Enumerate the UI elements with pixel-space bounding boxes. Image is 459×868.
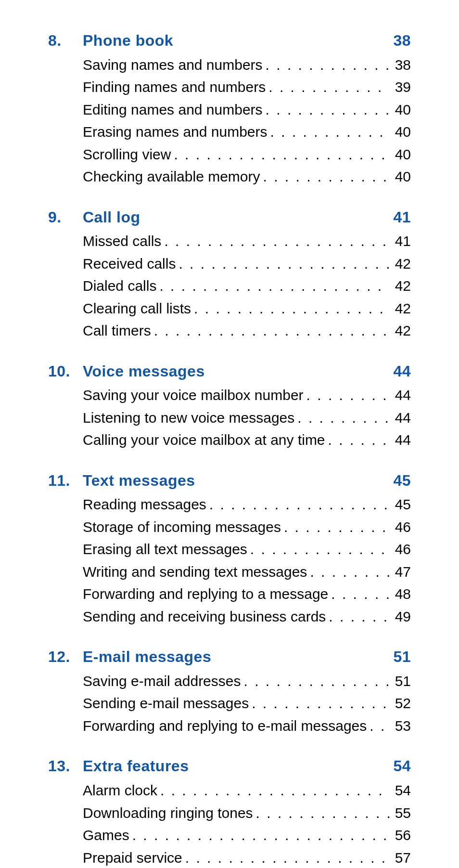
section-page: 41 [388,206,411,230]
section-heading[interactable]: 12.E-mail messages51 [48,645,411,669]
section-entries: Saving your voice mailbox number . . . .… [48,384,411,452]
toc-entry[interactable]: Clearing call lists . . . . . . . . . . … [83,298,411,320]
toc-section: 9.Call log41Missed calls . . . . . . . .… [48,206,411,342]
entry-page: 42 [390,253,411,275]
entry-label: Erasing all text messages [83,538,247,561]
toc-entry[interactable]: Storage of incoming messages . . . . . .… [83,516,411,539]
entry-dot-leader: . . . . . . . . . . . . . . . . . . . . … [328,583,390,606]
toc-entry[interactable]: Sending and receiving business cards . .… [83,606,411,628]
toc-section: 11.Text messages45Reading messages . . .… [48,469,411,628]
toc-entry[interactable]: Saving names and numbers . . . . . . . .… [83,54,411,77]
section-heading[interactable]: 9.Call log41 [48,206,411,230]
entry-dot-leader: . . . . . . . . . . . . . . . . . . . . … [249,692,390,715]
entry-dot-leader: . . . . . . . . . . . . . . . . . . . . … [156,275,390,298]
entry-page: 40 [390,99,411,121]
entry-page: 46 [390,516,411,539]
section-heading[interactable]: 8.Phone book38 [48,29,411,53]
toc-entry[interactable]: Writing and sending text messages . . . … [83,561,411,583]
entry-page: 41 [390,230,411,253]
entry-page: 44 [390,429,411,452]
entry-label: Sending and receiving business cards [83,606,326,628]
toc-entry[interactable]: Checking available memory . . . . . . . … [83,166,411,188]
toc-entry[interactable]: Alarm clock . . . . . . . . . . . . . . … [83,779,411,802]
entry-label: Storage of incoming messages [83,516,281,539]
entry-label: Forwarding and replying to a message [83,583,328,606]
section-number: 11. [48,469,83,493]
entry-label: Forwarding and replying to e-mail messag… [83,715,367,738]
entry-dot-leader: . . . . . . . . . . . . . . . . . . . . … [161,230,390,253]
section-number: 12. [48,645,83,669]
section-heading[interactable]: 13.Extra features54 [48,754,411,778]
entry-dot-leader: . . . . . . . . . . . . . . . . . . . . … [325,429,390,452]
toc-entry[interactable]: Scrolling view . . . . . . . . . . . . .… [83,143,411,166]
entry-dot-leader: . . . . . . . . . . . . . . . . . . . . … [304,384,390,407]
entry-label: Missed calls [83,230,161,253]
section-heading[interactable]: 10.Voice messages44 [48,360,411,384]
toc-entry[interactable]: Saving your voice mailbox number . . . .… [83,384,411,407]
toc-entry[interactable]: Forwarding and replying to e-mail messag… [83,715,411,738]
toc-section: 10.Voice messages44Saving your voice mai… [48,360,411,452]
section-entries: Missed calls . . . . . . . . . . . . . .… [48,230,411,342]
toc-entry[interactable]: Erasing all text messages . . . . . . . … [83,538,411,561]
toc-entry[interactable]: Missed calls . . . . . . . . . . . . . .… [83,230,411,253]
entry-page: 47 [390,561,411,583]
section-page: 45 [388,469,411,493]
section-title: Call log [83,206,140,230]
toc-entry[interactable]: Reading messages . . . . . . . . . . . .… [83,493,411,516]
toc-entry[interactable]: Forwarding and replying to a message . .… [83,583,411,606]
entry-label: Writing and sending text messages [83,561,307,583]
toc-entry[interactable]: Games . . . . . . . . . . . . . . . . . … [83,824,411,847]
entry-label: Alarm clock [83,779,157,802]
entry-dot-leader: . . . . . . . . . . . . . . . . . . . . … [281,516,390,539]
entry-label: Received calls [83,253,176,275]
entry-label: Listening to new voice messages [83,407,294,429]
entry-label: Scrolling view [83,143,171,166]
entry-label: Finding names and numbers [83,76,266,99]
entry-page: 39 [390,76,411,99]
toc-entry[interactable]: Call timers . . . . . . . . . . . . . . … [83,320,411,342]
section-page: 38 [388,29,411,53]
entry-label: Prepaid service [83,847,182,868]
toc-page: 8.Phone book38Saving names and numbers .… [0,0,459,868]
toc-entry[interactable]: Prepaid service . . . . . . . . . . . . … [83,847,411,868]
section-number: 13. [48,754,83,778]
toc-entry[interactable]: Finding names and numbers . . . . . . . … [83,76,411,99]
section-heading[interactable]: 11.Text messages45 [48,469,411,493]
toc-entry[interactable]: Sending e-mail messages . . . . . . . . … [83,692,411,715]
entry-label: Saving names and numbers [83,54,263,77]
toc-entry[interactable]: Listening to new voice messages . . . . … [83,407,411,429]
entry-page: 42 [390,298,411,320]
toc-entry[interactable]: Dialed calls . . . . . . . . . . . . . .… [83,275,411,298]
toc-sections: 8.Phone book38Saving names and numbers .… [48,29,411,868]
entry-label: Dialed calls [83,275,156,298]
entry-dot-leader: . . . . . . . . . . . . . . . . . . . . … [182,847,390,868]
entry-label: Calling your voice mailbox at any time [83,429,325,452]
section-page: 54 [388,754,411,778]
section-title: E-mail messages [83,645,211,669]
entry-page: 46 [390,538,411,561]
section-title: Extra features [83,754,189,778]
entry-label: Reading messages [83,493,206,516]
entry-page: 45 [390,493,411,516]
entry-page: 40 [390,143,411,166]
entry-page: 55 [390,802,411,825]
entry-page: 40 [390,166,411,188]
toc-section: 8.Phone book38Saving names and numbers .… [48,29,411,188]
entry-dot-leader: . . . . . . . . . . . . . . . . . . . . … [263,54,390,77]
entry-dot-leader: . . . . . . . . . . . . . . . . . . . . … [268,121,390,143]
toc-entry[interactable]: Saving e-mail addresses . . . . . . . . … [83,670,411,693]
section-entries: Reading messages . . . . . . . . . . . .… [48,493,411,628]
toc-entry[interactable]: Downloading ringing tones . . . . . . . … [83,802,411,825]
section-number: 10. [48,360,83,384]
entry-label: Saving your voice mailbox number [83,384,304,407]
entry-page: 57 [390,847,411,868]
section-title: Voice messages [83,360,205,384]
toc-entry[interactable]: Erasing names and numbers . . . . . . . … [83,121,411,143]
toc-entry[interactable]: Calling your voice mailbox at any time .… [83,429,411,452]
toc-entry[interactable]: Editing names and numbers . . . . . . . … [83,99,411,121]
toc-entry[interactable]: Received calls . . . . . . . . . . . . .… [83,253,411,275]
entry-dot-leader: . . . . . . . . . . . . . . . . . . . . … [157,779,390,802]
entry-dot-leader: . . . . . . . . . . . . . . . . . . . . … [171,143,390,166]
entry-label: Checking available memory [83,166,260,188]
section-entries: Saving names and numbers . . . . . . . .… [48,54,411,188]
